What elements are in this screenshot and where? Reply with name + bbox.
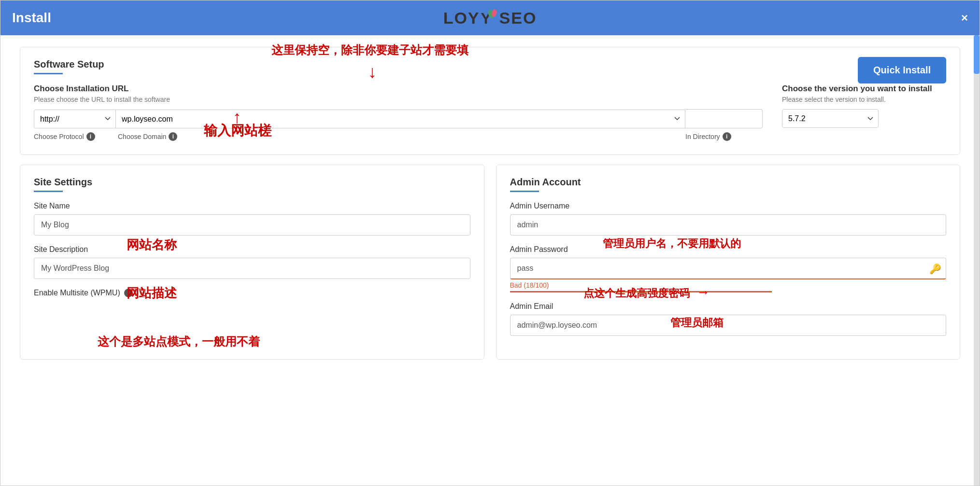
admin-account-title: Admin Account [510,177,947,188]
titlebar: Install LOY Y SEO × [0,0,980,35]
close-button[interactable]: × [961,11,968,25]
version-select[interactable]: 5.7.2 [782,109,879,128]
arrow-to-directory: ↓ [368,62,377,82]
admin-email-label: Admin Email [510,302,947,311]
password-strength-bar [510,291,772,292]
quick-install-button[interactable]: Quick Install [858,57,946,83]
hint-directory: In Directory i [685,132,763,141]
site-settings-card: Site Settings Site Name Site Description… [20,165,484,360]
site-name-label: Site Name [34,202,470,210]
url-section: Choose Installation URL Please choose th… [34,84,946,141]
url-inputs: http:// https:// wp.loyseo.com [34,109,763,128]
window-title: Install [12,10,51,26]
site-name-input[interactable] [34,214,470,236]
main-content: Software Setup Quick Install Choose Inst… [0,35,980,381]
version-sublabel: Please select the version to install. [782,96,946,103]
multisite-label: Enable Multisite (WPMU) [34,289,120,297]
admin-email-field: Admin Email [510,302,947,336]
site-name-field: Site Name [34,202,470,236]
url-right: Choose the version you want to install P… [782,84,946,128]
hint-domain-text: Choose Domain [118,133,166,140]
domain-select[interactable]: wp.loyseo.com [116,110,685,128]
admin-username-field: Admin Username [510,202,947,236]
admin-account-underline [510,191,539,192]
protocol-info-icon[interactable]: i [86,132,95,141]
version-label: Choose the version you want to install [782,84,946,94]
hint-domain: Choose Domain i [116,132,685,141]
hint-protocol-text: Choose Protocol [34,133,84,140]
logo-seo: SEO [499,9,537,28]
directory-info-icon[interactable]: i [723,132,731,141]
logo-icon: Y [480,8,499,28]
generate-password-icon[interactable]: 🔑 [929,263,941,275]
hint-directory-text: In Directory [685,133,720,140]
software-setup-card: Software Setup Quick Install Choose Inst… [20,47,960,155]
domain-info-icon[interactable]: i [169,132,177,141]
directory-input[interactable] [685,109,763,128]
site-settings-title: Site Settings [34,177,470,188]
admin-password-field: Admin Password 🔑 Bad (18/100) [510,245,947,292]
multisite-row: Enable Multisite (WPMU) i [34,289,470,297]
arrow-up-directory: ↑ [233,107,241,127]
site-settings-underline [34,191,63,192]
main-window: Install LOY Y SEO × Software Setup [0,0,980,486]
multisite-checkbox[interactable] [137,289,145,297]
logo-loy: LOY [443,9,480,28]
password-field-wrap: 🔑 [510,258,947,279]
multisite-info-icon[interactable]: i [124,289,133,297]
software-setup-title: Software Setup [34,59,946,70]
admin-password-input[interactable] [510,258,947,279]
annotation-keep-empty: 这里保持空，除非你要建子站才需要填 [271,42,469,58]
annotation-multisite: 这个是多站点模式，一般用不着 [98,334,260,349]
url-left: Choose Installation URL Please choose th… [34,84,763,141]
password-strength-text: Bad (18/100) [510,281,947,289]
admin-username-input[interactable] [510,214,947,236]
site-desc-field: Site Description [34,245,470,279]
admin-username-label: Admin Username [510,202,947,210]
two-col-section: Site Settings Site Name Site Description… [20,165,960,369]
admin-email-input[interactable] [510,315,947,336]
site-desc-label: Site Description [34,245,470,254]
software-setup-underline [34,73,63,74]
site-desc-input[interactable] [34,258,470,279]
choose-url-label: Choose Installation URL [34,84,763,94]
admin-account-card: Admin Account Admin Username Admin Passw… [496,165,961,360]
hint-protocol: Choose Protocol i [34,132,116,141]
protocol-select[interactable]: http:// https:// [34,110,116,128]
admin-password-label: Admin Password [510,245,947,254]
choose-url-sublabel: Please choose the URL to install the sof… [34,96,763,103]
logo: LOY Y SEO [443,8,537,28]
hints-row: Choose Protocol i Choose Domain i In Dir… [34,132,763,141]
